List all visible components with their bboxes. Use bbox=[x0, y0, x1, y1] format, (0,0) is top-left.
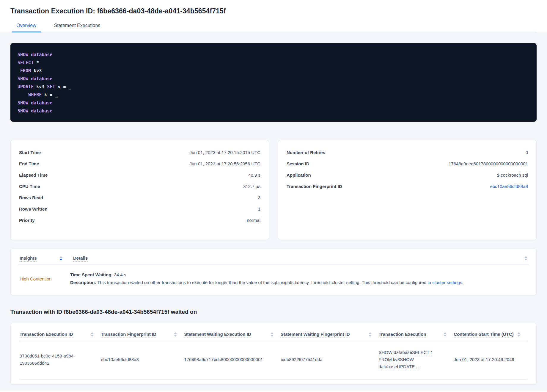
start-time-label: Start Time bbox=[19, 150, 41, 155]
tab-statement-executions[interactable]: Statement Executions bbox=[49, 23, 105, 32]
summary-row-priority: Priority normal bbox=[19, 218, 260, 223]
description-suffix: . bbox=[462, 280, 463, 285]
description-line: Description: This transaction waited on … bbox=[70, 279, 527, 286]
col-txn-exec-id-label[interactable]: Transaction Execution ID bbox=[20, 332, 73, 337]
application-value: $ cockroach sql bbox=[497, 173, 528, 178]
insight-details: Time Spent Waiting: 34.4 s Description: … bbox=[70, 271, 527, 286]
tab-overview[interactable]: Overview bbox=[12, 23, 41, 32]
insights-card: Insights Details High Contention Time Sp… bbox=[10, 249, 537, 295]
sort-down-arrow-icon bbox=[524, 259, 527, 261]
col-stmt-waiting-fingerprint-id: Statement Waiting Fingerprint ID bbox=[281, 330, 379, 341]
summary-row-rows-read: Rows Read 3 bbox=[19, 195, 260, 200]
waited-on-row: 9738d051-bc0e-4158-a9b4-1903586ddd42 ebc… bbox=[20, 341, 527, 380]
col-contention-start-label[interactable]: Contention Start Time (UTC) bbox=[454, 332, 513, 337]
summary-row-end-time: End Time Jun 01, 2023 at 17:20:56:2056 U… bbox=[19, 161, 260, 166]
col-txn-fingerprint-id: Transaction Fingerprint ID bbox=[101, 330, 184, 341]
cell-txn-exec-id: 9738d051-bc0e-4158-a9b4-1903586ddd42 bbox=[20, 341, 101, 380]
page-header: Transaction Execution ID: f6be6366-da03-… bbox=[0, 0, 547, 32]
elapsed-time-label: Elapsed Time bbox=[19, 173, 48, 178]
waited-on-table: Transaction Execution ID Transaction Fin… bbox=[20, 330, 527, 380]
sql-line: SHOW database bbox=[18, 51, 529, 59]
sql-line: UPDATE kv3 SET v = _ bbox=[18, 83, 529, 91]
description-text: This transaction waited on other transac… bbox=[96, 280, 433, 285]
rows-read-label: Rows Read bbox=[19, 195, 43, 200]
header-spacer bbox=[88, 255, 524, 261]
col-stmt-waiting-exec-id-label[interactable]: Statement Waiting Execution ID bbox=[184, 332, 251, 337]
waited-on-heading: Transaction with ID f6be6366-da03-48de-a… bbox=[10, 309, 537, 315]
txn-fingerprint-label: Transaction Fingerprint ID bbox=[287, 184, 342, 189]
details-sort-icon[interactable] bbox=[524, 256, 527, 261]
col-txn-fingerprint-id-sort-icon[interactable] bbox=[174, 332, 177, 337]
cluster-settings-link[interactable]: cluster settings bbox=[432, 280, 462, 285]
insights-column-header[interactable]: Insights bbox=[20, 255, 53, 261]
col-stmt-waiting-fingerprint-id-sort-icon[interactable] bbox=[369, 332, 372, 337]
waited-on-header-row: Transaction Execution ID Transaction Fin… bbox=[20, 330, 527, 341]
col-stmt-waiting-fingerprint-id-label[interactable]: Statement Waiting Fingerprint ID bbox=[281, 332, 350, 337]
summary-row-cpu-time: CPU Time 312.7 µs bbox=[19, 184, 260, 189]
rows-read-value: 3 bbox=[258, 195, 260, 200]
summary-card-times: Start Time Jun 01, 2023 at 17:20:15:2015… bbox=[10, 140, 269, 240]
col-txn-fingerprint-id-label[interactable]: Transaction Fingerprint ID bbox=[101, 332, 156, 337]
cell-txn-fingerprint-id: ebc10ae56cfd88a8 bbox=[101, 341, 184, 380]
session-id-value: 17648a9eea6017800000000000000001 bbox=[449, 161, 528, 166]
summary-row-session-id: Session ID 17648a9eea6017800000000000000… bbox=[287, 161, 528, 166]
sql-line: FROM kv3 bbox=[18, 67, 529, 75]
insights-row: High Contention Time Spent Waiting: 34.4… bbox=[20, 264, 527, 286]
sql-line: SELECT * bbox=[18, 59, 529, 67]
tab-bar: Overview Statement Executions bbox=[10, 23, 537, 32]
cell-txn-execution: SHOW databaseSELECT * FROM kv3SHOW datab… bbox=[379, 341, 454, 380]
summary-row-txn-fingerprint: Transaction Fingerprint ID ebc10ae56cfd8… bbox=[287, 184, 528, 189]
sql-line: SHOW database bbox=[18, 99, 529, 107]
cell-stmt-waiting-exec-id: 176498a9c717bdc80000000000000001 bbox=[184, 341, 281, 380]
transaction-execution-link[interactable]: SHOW databaseSELECT * FROM kv3SHOW datab… bbox=[379, 349, 434, 370]
col-txn-execution-sort-icon[interactable] bbox=[444, 332, 447, 337]
content-area: SHOW databaseSELECT * FROM kv3SHOW datab… bbox=[0, 32, 547, 391]
description-label: Description: bbox=[70, 280, 96, 285]
page-title: Transaction Execution ID: f6be6366-da03-… bbox=[10, 7, 537, 15]
insights-sort-icon[interactable] bbox=[59, 256, 62, 261]
sort-down-arrow-icon bbox=[59, 259, 62, 261]
waited-on-table-card: Transaction Execution ID Transaction Fin… bbox=[10, 323, 537, 385]
insights-table-header: Insights Details bbox=[20, 255, 527, 264]
rows-written-label: Rows Written bbox=[19, 206, 48, 211]
cell-stmt-waiting-fingerprint-id: \xdb8922f077541dda bbox=[281, 341, 379, 380]
retries-value: 0 bbox=[526, 150, 528, 155]
high-contention-badge: High Contention bbox=[20, 276, 59, 281]
summary-row-application: Application $ cockroach sql bbox=[287, 173, 528, 178]
sql-line: SHOW database bbox=[18, 107, 529, 115]
summary-row-elapsed-time: Elapsed Time 40.9 s bbox=[19, 173, 260, 178]
summary-cards-row: Start Time Jun 01, 2023 at 17:20:15:2015… bbox=[10, 140, 537, 240]
sql-line: SHOW database bbox=[18, 75, 529, 83]
cpu-time-label: CPU Time bbox=[19, 184, 40, 189]
cpu-time-value: 312.7 µs bbox=[243, 184, 260, 189]
col-stmt-waiting-exec-id: Statement Waiting Execution ID bbox=[184, 330, 281, 341]
priority-value: normal bbox=[247, 218, 260, 223]
end-time-value: Jun 01, 2023 at 17:20:56:2056 UTC bbox=[189, 161, 260, 166]
application-label: Application bbox=[287, 173, 311, 178]
sort-up-arrow-icon bbox=[524, 256, 527, 258]
sort-up-arrow-icon bbox=[59, 256, 62, 258]
details-column-header[interactable]: Details bbox=[73, 255, 88, 261]
col-contention-start-sort-icon[interactable] bbox=[517, 332, 520, 337]
priority-label: Priority bbox=[19, 218, 35, 223]
col-txn-execution-label[interactable]: Transaction Execution bbox=[379, 332, 426, 337]
col-txn-execution: Transaction Execution bbox=[379, 330, 454, 341]
elapsed-time-value: 40.9 s bbox=[248, 173, 260, 178]
summary-row-start-time: Start Time Jun 01, 2023 at 17:20:15:2015… bbox=[19, 150, 260, 155]
details-column-wrap: Details bbox=[73, 255, 527, 261]
sql-line: WHERE k = _ bbox=[18, 91, 529, 99]
col-txn-exec-id-sort-icon[interactable] bbox=[91, 332, 94, 337]
col-contention-start: Contention Start Time (UTC) bbox=[454, 330, 527, 341]
time-spent-waiting-label: Time Spent Waiting: bbox=[70, 272, 113, 277]
rows-written-value: 1 bbox=[258, 206, 260, 211]
summary-card-session: Number of Retries 0 Session ID 17648a9ee… bbox=[278, 140, 537, 240]
end-time-label: End Time bbox=[19, 161, 39, 166]
cell-contention-start: Jun 01, 2023 at 17:20:49:2049 bbox=[454, 341, 527, 380]
col-stmt-waiting-exec-id-sort-icon[interactable] bbox=[271, 332, 274, 337]
retries-label: Number of Retries bbox=[287, 150, 325, 155]
summary-row-retries: Number of Retries 0 bbox=[287, 150, 528, 155]
col-txn-exec-id: Transaction Execution ID bbox=[20, 330, 101, 341]
sql-statements-box: SHOW databaseSELECT * FROM kv3SHOW datab… bbox=[10, 43, 537, 122]
start-time-value: Jun 01, 2023 at 17:20:15:2015 UTC bbox=[189, 150, 260, 155]
transaction-fingerprint-link[interactable]: ebc10ae56cfd88a8 bbox=[490, 184, 528, 189]
